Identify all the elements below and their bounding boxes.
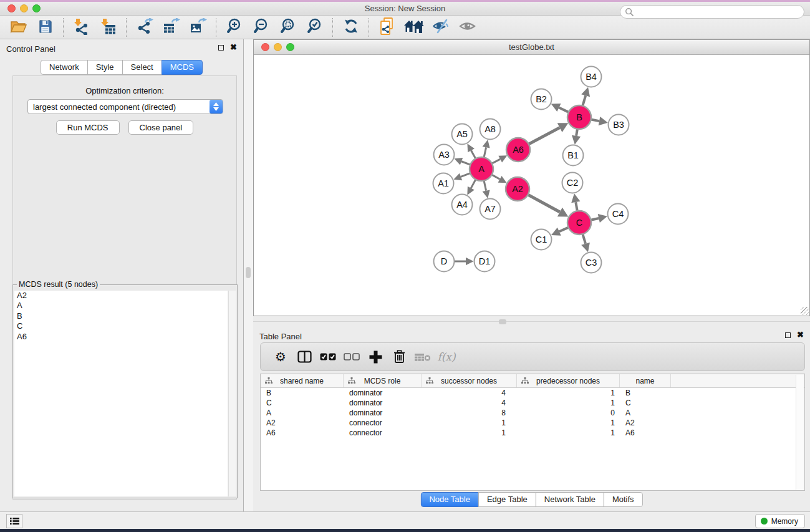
run-mcds-button[interactable]: Run MCDS bbox=[56, 120, 120, 135]
tab-select[interactable]: Select bbox=[122, 60, 162, 75]
task-history-button[interactable] bbox=[6, 514, 22, 528]
table-cell[interactable]: dominator bbox=[344, 398, 422, 408]
graph-edge-A-A2[interactable] bbox=[492, 175, 500, 179]
column-header-successor-nodes[interactable]: successor nodes bbox=[422, 374, 517, 387]
mcds-result-item[interactable]: A2 bbox=[14, 291, 228, 301]
network-from-file-button[interactable] bbox=[374, 17, 400, 38]
table-cell[interactable]: 1 bbox=[517, 418, 620, 428]
tab-network[interactable]: Network bbox=[41, 60, 88, 75]
float-panel-icon[interactable] bbox=[218, 45, 224, 51]
graph-edge-B-B1[interactable] bbox=[576, 129, 577, 136]
select-all-button[interactable] bbox=[316, 346, 340, 368]
show-details-button[interactable] bbox=[454, 17, 481, 38]
table-cell[interactable]: 1 bbox=[517, 398, 620, 408]
graph-edge-B-B4[interactable] bbox=[582, 95, 586, 106]
graph-edge-A6-B[interactable] bbox=[529, 128, 560, 144]
mcds-result-item[interactable]: A bbox=[14, 301, 228, 311]
table-cell[interactable]: connector bbox=[344, 428, 422, 438]
mcds-result-item[interactable]: B bbox=[14, 311, 228, 321]
save-button[interactable] bbox=[32, 17, 59, 38]
graph-edge-B-B3[interactable] bbox=[591, 120, 599, 122]
table-cell[interactable]: 4 bbox=[422, 388, 517, 398]
table-cell[interactable]: 1 bbox=[517, 428, 620, 438]
zoom-in-button[interactable] bbox=[221, 17, 248, 38]
tab-mcds[interactable]: MCDS bbox=[162, 60, 203, 75]
table-cell[interactable]: A2 bbox=[620, 418, 671, 428]
table-cell[interactable]: 1 bbox=[517, 388, 620, 398]
graph-edge-C-C2[interactable] bbox=[576, 202, 577, 211]
table-cell[interactable]: 1 bbox=[422, 418, 517, 428]
table-cell[interactable]: A bbox=[261, 408, 344, 418]
add-column-button[interactable] bbox=[364, 346, 387, 368]
column-header-predecessor-nodes[interactable]: predecessor nodes bbox=[517, 374, 620, 387]
refresh-button[interactable] bbox=[337, 17, 364, 38]
window-resize-grip[interactable] bbox=[801, 307, 809, 315]
column-header-name[interactable]: name bbox=[620, 374, 671, 387]
close-panel-button[interactable]: Close panel bbox=[128, 120, 194, 135]
network-graph-canvas[interactable]: AA1A3A5A8A4A7A6A2BB1B2B3B4CC1C2C3C4DD1 bbox=[254, 56, 809, 316]
deselect-all-button[interactable] bbox=[340, 346, 364, 368]
export-table-button[interactable] bbox=[158, 17, 185, 38]
table-cell[interactable]: A bbox=[620, 408, 671, 418]
table-cell[interactable]: dominator bbox=[344, 388, 422, 398]
memory-button[interactable]: Memory bbox=[755, 514, 805, 528]
table-cell[interactable]: dominator bbox=[344, 408, 422, 418]
graph-edge-A-A1[interactable] bbox=[461, 173, 470, 177]
column-header-MCDS-role[interactable]: MCDS role bbox=[344, 374, 422, 387]
close-panel-icon[interactable]: ✖ bbox=[230, 44, 237, 51]
table-cell[interactable]: 0 bbox=[517, 408, 620, 418]
tab-edge-table[interactable]: Edge Table bbox=[478, 492, 536, 507]
tab-style[interactable]: Style bbox=[87, 60, 123, 75]
desktop-horizontal-scrollbar[interactable] bbox=[253, 316, 810, 327]
horizontal-scroll-thumb[interactable] bbox=[499, 319, 506, 324]
tab-node-table[interactable]: Node Table bbox=[420, 492, 479, 507]
result-list-scrollbar[interactable] bbox=[228, 291, 236, 496]
graph-edge-A-A3[interactable] bbox=[461, 162, 470, 165]
table-cell[interactable]: A6 bbox=[620, 428, 671, 438]
graph-edge-A-A4[interactable] bbox=[471, 180, 476, 188]
table-row[interactable]: Adominator80A bbox=[261, 408, 804, 418]
graph-edge-C-C3[interactable] bbox=[582, 234, 586, 244]
table-cell[interactable]: 1 bbox=[422, 428, 517, 438]
import-network-button[interactable] bbox=[68, 17, 95, 38]
vertical-scroll-thumb[interactable] bbox=[246, 267, 251, 278]
graph-edge-C-C4[interactable] bbox=[591, 218, 599, 220]
mcds-result-item[interactable]: C bbox=[14, 321, 228, 331]
desktop-vertical-scrollbar[interactable] bbox=[244, 39, 253, 511]
search-input[interactable] bbox=[634, 6, 804, 17]
table-row[interactable]: Cdominator41C bbox=[261, 398, 804, 408]
table-row[interactable]: A6connector11A6 bbox=[261, 428, 804, 438]
table-row[interactable]: Bdominator41B bbox=[261, 388, 804, 398]
graph-edge-A2-C[interactable] bbox=[528, 195, 560, 212]
hide-details-button[interactable] bbox=[427, 17, 454, 38]
float-table-panel-icon[interactable] bbox=[785, 332, 791, 338]
network-window-titlebar[interactable]: testGlobe.txt bbox=[254, 40, 809, 55]
table-scrollbar[interactable] bbox=[796, 375, 804, 490]
open-folder-button[interactable] bbox=[5, 17, 32, 38]
search-box[interactable] bbox=[620, 5, 804, 19]
table-cell[interactable]: A6 bbox=[261, 428, 344, 438]
table-cell[interactable]: C bbox=[261, 398, 344, 408]
graph-edge-C-C1[interactable] bbox=[559, 228, 569, 232]
table-row[interactable]: A2connector11A2 bbox=[261, 418, 804, 428]
zoom-out-button[interactable] bbox=[248, 17, 274, 38]
tab-network-table[interactable]: Network Table bbox=[536, 492, 604, 507]
optimization-criterion-dropdown[interactable]: largest connected component (directed) bbox=[27, 99, 223, 114]
export-network-button[interactable] bbox=[131, 17, 158, 38]
table-cell[interactable]: 8 bbox=[422, 408, 517, 418]
table-cell[interactable]: 4 bbox=[422, 398, 517, 408]
zoom-fit-button[interactable] bbox=[274, 17, 301, 38]
graph-edge-A-A7[interactable] bbox=[484, 181, 486, 191]
export-image-button[interactable] bbox=[185, 17, 211, 38]
settings-button[interactable]: ⚙ bbox=[269, 346, 292, 368]
mcds-result-item[interactable]: A6 bbox=[14, 332, 228, 342]
delete-column-button[interactable] bbox=[387, 346, 411, 368]
graph-edge-A-A8[interactable] bbox=[484, 147, 486, 157]
table-cell[interactable]: B bbox=[261, 388, 344, 398]
graph-edge-B-B2[interactable] bbox=[559, 108, 568, 112]
table-cell[interactable]: connector bbox=[344, 418, 422, 428]
home-button[interactable] bbox=[400, 17, 427, 38]
table-cell[interactable]: B bbox=[620, 388, 671, 398]
tab-motifs[interactable]: Motifs bbox=[604, 492, 643, 507]
graph-edge-A-A5[interactable] bbox=[471, 150, 476, 158]
